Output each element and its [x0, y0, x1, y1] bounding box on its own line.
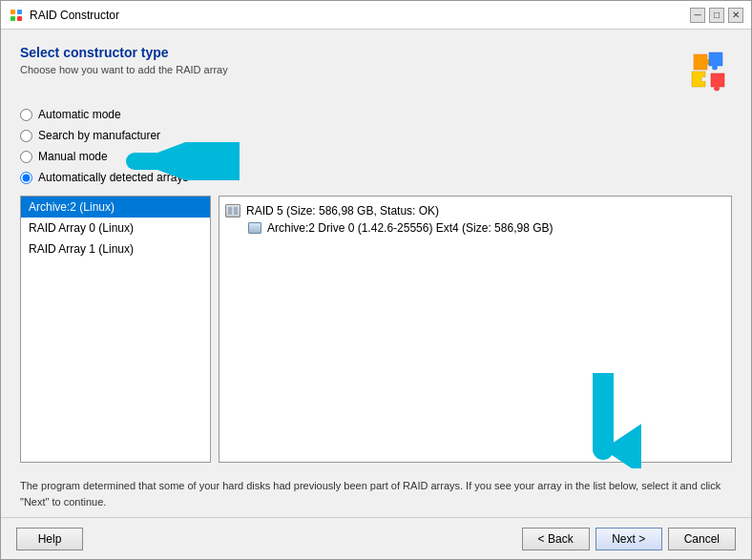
- next-button[interactable]: Next >: [595, 528, 662, 550]
- radio-detected-input[interactable]: [20, 172, 32, 184]
- detail-item-0: RAID 5 (Size: 586,98 GB, Status: OK): [225, 202, 725, 219]
- detail-sub-item-0-label: Archive:2 Drive 0 (1.42.6-25556) Ext4 (S…: [267, 221, 553, 235]
- window-controls: ─ □ ✕: [690, 8, 743, 23]
- info-text: The program determined that some of your…: [20, 470, 732, 517]
- list-item-2[interactable]: RAID Array 1 (Linux): [21, 239, 210, 259]
- list-item-1[interactable]: RAID Array 0 (Linux): [21, 218, 210, 239]
- radio-manufacturer[interactable]: Search by manufacturer: [20, 129, 732, 142]
- svg-rect-2: [10, 16, 15, 21]
- raid-icon: [225, 204, 240, 218]
- radio-detected[interactable]: Automatically detected arrays: [20, 171, 732, 184]
- header-text: Select constructor type Choose how you w…: [20, 45, 228, 75]
- svg-rect-0: [10, 10, 15, 14]
- radio-group: Automatic mode Search by manufacturer Ma…: [20, 108, 732, 184]
- help-button[interactable]: Help: [16, 528, 83, 550]
- close-button[interactable]: ✕: [728, 8, 743, 23]
- back-button[interactable]: < Back: [522, 528, 590, 550]
- info-text-content: The program determined that some of your…: [20, 480, 721, 508]
- app-icon: [9, 8, 24, 23]
- main-content: Select constructor type Choose how you w…: [1, 30, 751, 517]
- radio-automatic-input[interactable]: [20, 109, 32, 121]
- list-item-0[interactable]: Archive:2 (Linux): [21, 197, 210, 218]
- nav-buttons: < Back Next > Cancel: [522, 528, 736, 550]
- maximize-button[interactable]: □: [709, 8, 724, 23]
- main-window: RAID Constructor ─ □ ✕ Select constructo…: [0, 0, 752, 560]
- svg-rect-1: [17, 10, 22, 14]
- window-title: RAID Constructor: [30, 9, 690, 22]
- radio-manual[interactable]: Manual mode: [20, 150, 732, 163]
- footer: Help < Back Next > Cancel: [1, 517, 751, 559]
- svg-rect-3: [17, 16, 22, 21]
- radio-detected-label: Automatically detected arrays: [38, 171, 188, 184]
- svg-rect-6: [228, 207, 232, 215]
- detail-sub-item-0: Archive:2 Drive 0 (1.42.6-25556) Ext4 (S…: [225, 219, 725, 237]
- cancel-button[interactable]: Cancel: [668, 528, 736, 550]
- array-list-panel: Archive:2 (Linux) RAID Array 0 (Linux) R…: [20, 196, 211, 463]
- content-area: Archive:2 (Linux) RAID Array 0 (Linux) R…: [20, 196, 732, 463]
- detail-panel: RAID 5 (Size: 586,98 GB, Status: OK) Arc…: [219, 196, 732, 463]
- radio-manual-label: Manual mode: [38, 150, 108, 163]
- minimize-button[interactable]: ─: [690, 8, 705, 23]
- radio-manual-input[interactable]: [20, 151, 32, 163]
- radio-automatic-label: Automatic mode: [38, 108, 121, 121]
- radio-automatic[interactable]: Automatic mode: [20, 108, 732, 121]
- title-bar: RAID Constructor ─ □ ✕: [1, 1, 751, 30]
- header-section: Select constructor type Choose how you w…: [20, 45, 732, 93]
- detail-item-0-label: RAID 5 (Size: 586,98 GB, Status: OK): [246, 204, 439, 218]
- radio-manufacturer-input[interactable]: [20, 130, 32, 142]
- radio-manufacturer-label: Search by manufacturer: [38, 129, 160, 142]
- puzzle-logo: [684, 45, 732, 93]
- drive-icon: [248, 222, 261, 234]
- page-title: Select constructor type: [20, 45, 228, 60]
- svg-rect-7: [234, 207, 238, 215]
- page-subtitle: Choose how you want to add the RAID arra…: [20, 64, 228, 75]
